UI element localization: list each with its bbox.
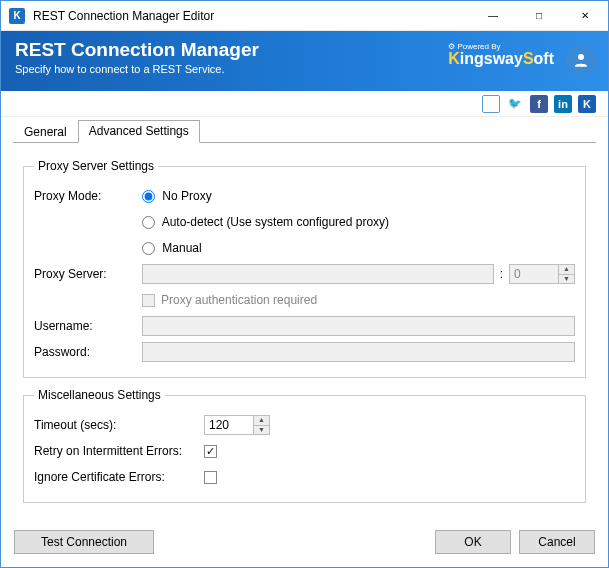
tab-general[interactable]: General [13,121,78,143]
port-step-up-icon[interactable]: ▲ [559,265,574,275]
proxy-legend: Proxy Server Settings [34,159,158,173]
facebook-icon[interactable]: f [530,95,548,113]
password-input[interactable] [142,342,575,362]
ignore-cert-label: Ignore Certificate Errors: [34,470,204,484]
retry-label: Retry on Intermittent Errors: [34,444,204,458]
linkedin-icon[interactable]: in [554,95,572,113]
brand-logo: ⚙ Powered By KingswaySoft [448,43,554,68]
timeout-stepper[interactable]: ▲ ▼ [204,415,270,435]
radio-manual[interactable]: Manual [142,241,202,255]
tab-strip: General Advanced Settings [1,117,608,143]
proxy-server-input[interactable] [142,264,494,284]
svg-point-0 [578,54,584,60]
brand-name: KingswaySoft [448,50,554,67]
app-icon: K [9,8,25,24]
twitter-icon[interactable]: 🐦 [506,95,524,113]
header-banner: REST Connection Manager Specify how to c… [1,31,608,91]
radio-auto-detect[interactable]: Auto-detect (Use system configured proxy… [142,215,389,229]
proxy-server-label: Proxy Server: [34,267,142,281]
radio-no-proxy-input[interactable] [142,190,155,203]
close-button[interactable]: ✕ [562,1,608,30]
window-title: REST Connection Manager Editor [33,9,470,23]
radio-auto-detect-input[interactable] [142,216,155,229]
radio-no-proxy[interactable]: No Proxy [142,189,212,203]
proxy-auth-label: Proxy authentication required [161,293,317,307]
timeout-label: Timeout (secs): [34,418,204,432]
kingswaysoft-icon[interactable]: K [578,95,596,113]
dialog-footer: Test Connection OK Cancel [0,520,609,568]
username-input[interactable] [142,316,575,336]
radio-manual-input[interactable] [142,242,155,255]
misc-settings-group: Miscellaneous Settings Timeout (secs): ▲… [23,388,586,503]
proxy-host-port-sep: : [500,267,503,281]
ok-button[interactable]: OK [435,530,511,554]
proxy-settings-group: Proxy Server Settings Proxy Mode: No Pro… [23,159,586,378]
minimize-button[interactable]: — [470,1,516,30]
ignore-cert-checkbox[interactable] [204,471,217,484]
proxy-port-stepper[interactable]: ▲ ▼ [509,264,575,284]
tab-advanced-settings[interactable]: Advanced Settings [78,120,200,143]
retry-checkbox[interactable] [204,445,217,458]
timeout-step-down-icon[interactable]: ▼ [254,426,269,435]
user-avatar-icon[interactable] [566,45,596,75]
mail-icon[interactable]: ✉ [482,95,500,113]
username-label: Username: [34,319,142,333]
test-connection-button[interactable]: Test Connection [14,530,154,554]
misc-legend: Miscellaneous Settings [34,388,165,402]
maximize-button[interactable]: □ [516,1,562,30]
port-step-down-icon[interactable]: ▼ [559,275,574,284]
proxy-port-input[interactable] [510,265,558,283]
cancel-button[interactable]: Cancel [519,530,595,554]
proxy-mode-label: Proxy Mode: [34,189,142,203]
proxy-auth-checkbox[interactable] [142,294,155,307]
timeout-step-up-icon[interactable]: ▲ [254,416,269,426]
password-label: Password: [34,345,142,359]
tab-content: Proxy Server Settings Proxy Mode: No Pro… [1,143,608,503]
timeout-input[interactable] [205,416,253,434]
social-bar: ✉ 🐦 f in K [1,91,608,117]
title-bar: K REST Connection Manager Editor — □ ✕ [1,1,608,31]
